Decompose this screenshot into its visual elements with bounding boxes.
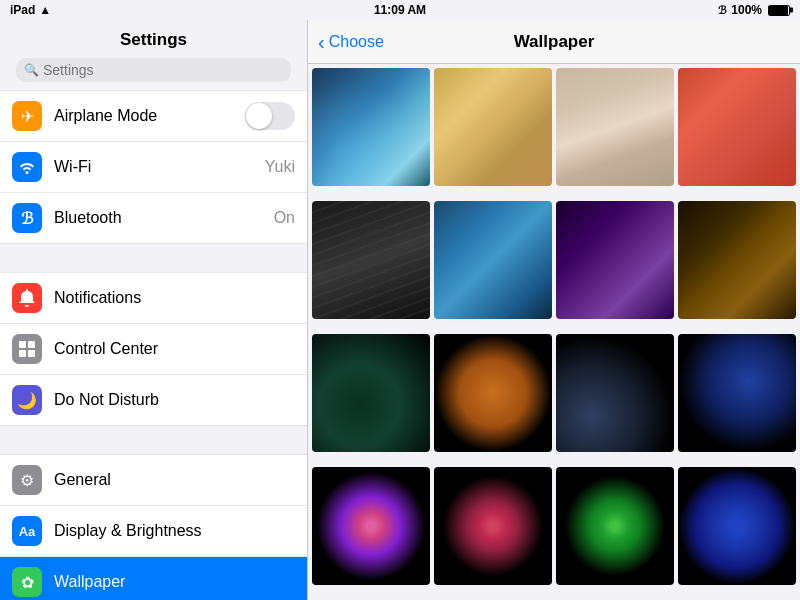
- general-icon: ⚙: [12, 465, 42, 495]
- carrier-label: iPad: [10, 3, 35, 17]
- airplane-mode-toggle[interactable]: [245, 102, 295, 130]
- wallpaper-icon: ✿: [12, 567, 42, 597]
- sidebar-item-notifications[interactable]: Notifications: [0, 272, 307, 324]
- settings-section-system: Notifications Control Center 🌙: [0, 272, 307, 426]
- svg-rect-2: [19, 350, 26, 357]
- section-separator-2: [0, 426, 307, 454]
- main-layout: Settings 🔍 ✈ Airplane Mode: [0, 20, 800, 600]
- airplane-mode-label: Airplane Mode: [54, 107, 245, 125]
- right-header: ‹ Choose Wallpaper: [308, 20, 800, 64]
- back-label: Choose: [329, 33, 384, 51]
- battery-label: 100%: [731, 3, 762, 17]
- notifications-label: Notifications: [54, 289, 295, 307]
- wallpaper-item[interactable]: [434, 68, 552, 186]
- right-panel-title: Wallpaper: [514, 32, 595, 52]
- sidebar-header: Settings 🔍: [0, 20, 307, 90]
- svg-rect-3: [28, 350, 35, 357]
- wifi-value: Yuki: [265, 158, 295, 176]
- wallpaper-item[interactable]: [678, 201, 796, 319]
- search-bar[interactable]: 🔍: [16, 58, 291, 82]
- settings-list: ✈ Airplane Mode Wi-Fi Yuki: [0, 90, 307, 600]
- wallpaper-item[interactable]: [312, 201, 430, 319]
- wallpaper-label: Wallpaper: [54, 573, 295, 591]
- sidebar-item-display-brightness[interactable]: Aa Display & Brightness: [0, 506, 307, 557]
- wallpaper-item[interactable]: [556, 201, 674, 319]
- wallpaper-item[interactable]: [312, 334, 430, 452]
- search-input[interactable]: [43, 62, 283, 78]
- back-chevron-icon: ‹: [318, 32, 325, 52]
- settings-section-device: ⚙ General Aa Display & Brightness ✿ Wall…: [0, 454, 307, 600]
- sidebar-item-airplane-mode[interactable]: ✈ Airplane Mode: [0, 90, 307, 142]
- search-icon: 🔍: [24, 63, 39, 77]
- back-button[interactable]: ‹ Choose: [318, 32, 384, 52]
- svg-rect-1: [28, 341, 35, 348]
- wallpaper-item[interactable]: [312, 68, 430, 186]
- control-center-icon: [12, 334, 42, 364]
- bluetooth-value: On: [274, 209, 295, 227]
- sidebar-item-general[interactable]: ⚙ General: [0, 454, 307, 506]
- wallpaper-item[interactable]: [312, 467, 430, 585]
- wallpaper-item[interactable]: [434, 467, 552, 585]
- wallpaper-item[interactable]: [678, 334, 796, 452]
- status-right: ℬ 100%: [718, 3, 790, 17]
- wifi-status-icon: ▲: [39, 3, 51, 17]
- general-label: General: [54, 471, 295, 489]
- sidebar-item-wallpaper[interactable]: ✿ Wallpaper: [0, 557, 307, 600]
- control-center-label: Control Center: [54, 340, 295, 358]
- settings-section-connectivity: ✈ Airplane Mode Wi-Fi Yuki: [0, 90, 307, 244]
- wallpaper-item[interactable]: [556, 334, 674, 452]
- sidebar-title: Settings: [16, 30, 291, 50]
- wallpaper-item[interactable]: [434, 201, 552, 319]
- section-separator-1: [0, 244, 307, 272]
- sidebar-item-control-center[interactable]: Control Center: [0, 324, 307, 375]
- airplane-mode-icon: ✈: [12, 101, 42, 131]
- wallpaper-item[interactable]: [434, 334, 552, 452]
- bluetooth-icon: ℬ: [718, 4, 727, 17]
- do-not-disturb-label: Do Not Disturb: [54, 391, 295, 409]
- wallpaper-item[interactable]: [678, 68, 796, 186]
- right-panel: ‹ Choose Wallpaper: [308, 20, 800, 600]
- time-label: 11:09 AM: [374, 3, 426, 17]
- sidebar-item-wifi[interactable]: Wi-Fi Yuki: [0, 142, 307, 193]
- battery-icon: [768, 5, 790, 16]
- sidebar-item-bluetooth[interactable]: ℬ Bluetooth On: [0, 193, 307, 244]
- wallpaper-item[interactable]: [678, 467, 796, 585]
- do-not-disturb-icon: 🌙: [12, 385, 42, 415]
- wallpaper-grid: [308, 64, 800, 600]
- status-left: iPad ▲: [10, 3, 51, 17]
- notifications-icon: [12, 283, 42, 313]
- sidebar-item-do-not-disturb[interactable]: 🌙 Do Not Disturb: [0, 375, 307, 426]
- status-center: 11:09 AM: [374, 3, 426, 17]
- status-bar: iPad ▲ 11:09 AM ℬ 100%: [0, 0, 800, 20]
- bluetooth-label: Bluetooth: [54, 209, 274, 227]
- bluetooth-setting-icon: ℬ: [12, 203, 42, 233]
- display-brightness-label: Display & Brightness: [54, 522, 295, 540]
- wallpaper-item[interactable]: [556, 467, 674, 585]
- svg-rect-0: [19, 341, 26, 348]
- wallpaper-item[interactable]: [556, 68, 674, 186]
- sidebar: Settings 🔍 ✈ Airplane Mode: [0, 20, 308, 600]
- wifi-label: Wi-Fi: [54, 158, 265, 176]
- wifi-icon: [12, 152, 42, 182]
- display-brightness-icon: Aa: [12, 516, 42, 546]
